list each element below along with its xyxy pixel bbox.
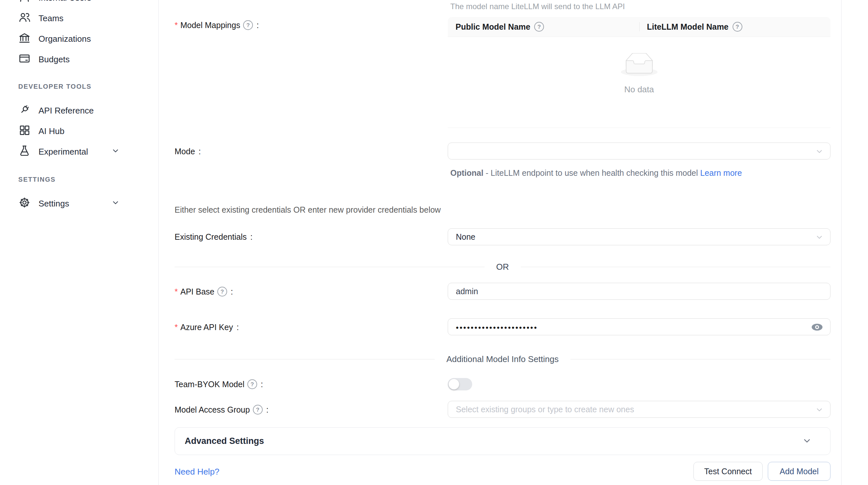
question-circle-icon[interactable]: ? [534,22,544,32]
test-connect-button[interactable]: Test Connect [693,462,763,481]
required-asterisk: * [175,323,178,332]
question-circle-icon[interactable]: ? [217,287,227,296]
sidebar-item-label: Organizations [38,34,91,44]
need-help-link[interactable]: Need Help? [175,467,219,477]
sidebar: Internal Users Teams Organizations Budge… [0,0,159,485]
mode-label: Mode : [175,146,201,157]
model-mappings-label: * Model Mappings ? : [175,20,259,31]
api-plug-icon [18,103,31,118]
sidebar-item-budgets[interactable]: Budgets [0,49,158,70]
existing-credentials-select[interactable]: None [448,228,831,245]
mode-select[interactable] [448,142,831,160]
credentials-note: Either select existing credentials OR en… [175,205,441,215]
model-access-group-label: Model Access Group ? : [175,404,269,415]
sidebar-item-label: Internal Users [38,0,91,3]
sidebar-item-label: Settings [38,199,69,209]
sidebar-item-internal-users[interactable]: Internal Users [0,0,158,8]
question-circle-icon[interactable]: ? [247,379,257,389]
sidebar-section-developer-tools: DEVELOPER TOOLS [0,82,158,91]
table-header: Public Model Name ? LiteLLM Model Name ? [448,17,831,37]
credit-card-icon [18,52,31,67]
sidebar-item-label: AI Hub [38,126,65,136]
azure-api-key-label: * Azure API Key : [175,322,239,333]
sidebar-item-label: Experimental [38,147,88,157]
bank-icon [18,32,31,46]
chevron-down-icon [815,147,824,158]
toggle-knob [449,379,459,389]
user-icon [18,0,31,5]
flask-icon [18,144,31,159]
learn-more-link[interactable]: Learn more [700,168,742,177]
required-asterisk: * [175,21,178,30]
sidebar-item-settings[interactable]: Settings [0,193,158,214]
question-circle-icon[interactable]: ? [243,20,253,30]
sidebar-item-ai-hub[interactable]: AI Hub [0,121,158,141]
chevron-down-icon [111,147,120,157]
advanced-settings-accordion[interactable]: Advanced Settings [175,427,831,455]
litellm-model-name-helper: The model name LiteLLM will send to the … [450,2,625,11]
grid-icon [18,124,31,139]
add-model-button[interactable]: Add Model [768,462,831,481]
chevron-down-icon [802,436,812,447]
question-circle-icon[interactable]: ? [733,22,742,32]
additional-model-info-divider: Additional Model Info Settings [175,354,831,365]
existing-credentials-label: Existing Credentials : [175,231,253,243]
mode-helper-text: Optional - LiteLLM endpoint to use when … [450,167,747,180]
chevron-down-icon [815,406,824,416]
eye-icon[interactable] [810,322,824,333]
api-base-label: * API Base ? : [175,286,233,297]
sidebar-item-label: Budgets [38,55,69,65]
team-icon [18,11,31,26]
divider-line [521,267,831,267]
api-base-input[interactable]: admin [448,283,831,300]
api-base-value: admin [456,287,478,296]
divider-line [175,359,435,359]
question-circle-icon[interactable]: ? [253,405,263,415]
add-model-form: The model name LiteLLM will send to the … [159,0,868,485]
chevron-down-icon [111,198,120,209]
divider-line [175,267,485,267]
sidebar-item-organizations[interactable]: Organizations [0,29,158,49]
azure-api-key-input[interactable]: •••••••••••••••••••••• [448,318,831,335]
column-litellm-model-name: LiteLLM Model Name ? [639,17,831,36]
sidebar-item-label: Teams [38,13,64,24]
divider-line [570,359,831,359]
sidebar-item-label: API Reference [38,106,94,116]
sidebar-item-experimental[interactable]: Experimental [0,141,158,162]
gear-icon [18,196,31,211]
model-access-group-select[interactable]: Select existing groups or type to create… [448,401,831,418]
sidebar-section-settings: SETTINGS [0,174,158,184]
model-mappings-table: Public Model Name ? LiteLLM Model Name ? [448,17,831,128]
inbox-icon [621,53,657,78]
no-data-text: No data [624,85,654,95]
column-public-model-name: Public Model Name ? [448,17,639,36]
team-byok-toggle[interactable] [448,378,472,390]
masked-password-value: •••••••••••••••••••••• [456,322,538,332]
advanced-settings-title: Advanced Settings [185,436,264,446]
chevron-down-icon [815,233,824,243]
or-divider: OR [175,261,831,272]
content-right-border [841,0,842,485]
table-empty-body: No data [448,37,831,128]
sidebar-item-teams[interactable]: Teams [0,8,158,29]
sidebar-item-api-reference[interactable]: API Reference [0,100,158,121]
required-asterisk: * [175,287,178,296]
model-access-group-placeholder: Select existing groups or type to create… [456,405,634,414]
team-byok-label: Team-BYOK Model ? : [175,379,263,390]
existing-credentials-value: None [456,232,475,242]
